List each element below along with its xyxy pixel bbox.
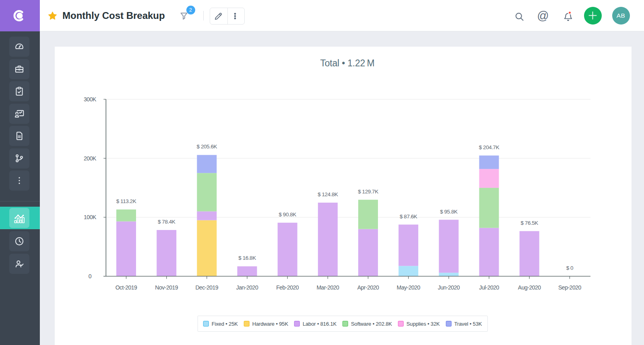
svg-text:Jan-2020: Jan-2020 [236, 284, 258, 291]
svg-text:$ 204.7K: $ 204.7K [479, 144, 500, 150]
svg-text:Oct-2019: Oct-2019 [116, 284, 137, 291]
svg-text:200K: 200K [84, 155, 97, 162]
svg-text:100K: 100K [84, 214, 97, 220]
svg-text:300K: 300K [84, 96, 97, 103]
svg-text:Jul-2020: Jul-2020 [479, 284, 499, 291]
svg-text:Nov-2019: Nov-2019 [155, 284, 178, 291]
svg-text:Mar-2020: Mar-2020 [316, 284, 339, 291]
svg-text:$ 95.8K: $ 95.8K [440, 209, 458, 215]
svg-text:Sep-2020: Sep-2020 [558, 284, 581, 291]
svg-text:$ 90.8K: $ 90.8K [279, 212, 297, 218]
svg-text:Dec-2019: Dec-2019 [195, 284, 218, 291]
svg-text:Apr-2020: Apr-2020 [357, 284, 379, 291]
svg-text:$ 113.2K: $ 113.2K [116, 198, 136, 204]
svg-text:Aug-2020: Aug-2020 [518, 284, 541, 291]
svg-text:$ 16.8K: $ 16.8K [238, 255, 256, 261]
svg-text:May-2020: May-2020 [397, 284, 421, 291]
svg-text:$ 87.6K: $ 87.6K [400, 214, 417, 220]
svg-text:0: 0 [89, 273, 92, 279]
svg-text:$ 76.5K: $ 76.5K [521, 220, 539, 226]
svg-text:$ 205.6K: $ 205.6K [197, 144, 217, 150]
svg-text:Feb-2020: Feb-2020 [276, 284, 299, 291]
svg-text:$ 129.7K: $ 129.7K [358, 189, 378, 195]
svg-text:$ 124.8K: $ 124.8K [318, 191, 338, 197]
svg-text:$ 0: $ 0 [566, 265, 573, 271]
svg-text:$ 78.4K: $ 78.4K [158, 219, 175, 225]
svg-text:Jun-2020: Jun-2020 [438, 284, 460, 291]
